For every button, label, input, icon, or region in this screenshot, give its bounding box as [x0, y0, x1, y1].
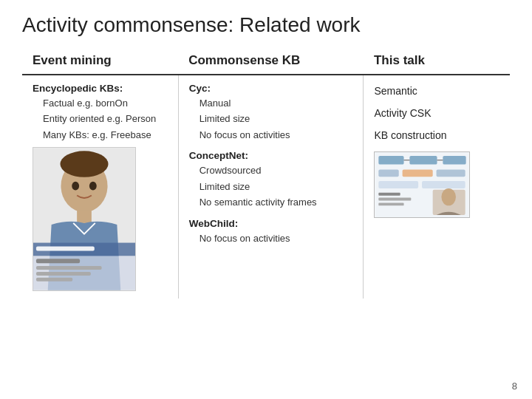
commonsense-kb-cell: Cyc: Manual Limited size No focus on act… [178, 75, 364, 299]
svg-rect-15 [410, 156, 437, 165]
cyc-title: Cyc: [189, 83, 353, 94]
svg-rect-26 [379, 203, 404, 206]
svg-rect-12 [36, 247, 95, 251]
svg-rect-5 [77, 210, 92, 223]
diagram-image [374, 151, 470, 218]
col3-header: This talk [364, 47, 510, 75]
webchild-block: WebChild: No focus on activities [189, 218, 353, 246]
this-talk-cell: Semantic Activity CSK KB construction [364, 75, 510, 299]
page-number: 8 [512, 381, 517, 392]
webchild-title: WebChild: [189, 218, 353, 229]
event-mining-title: Encyclopedic KBs: [33, 83, 168, 94]
webchild-item-0: No focus on activities [200, 231, 353, 246]
conceptnet-item-2: No semantic activity frames [200, 194, 353, 210]
this-talk-line-1: Activity CSK [374, 105, 499, 123]
svg-point-4 [89, 182, 97, 191]
cyc-item-2: No focus on activities [200, 127, 353, 143]
slide: Activity commonsense: Related work Event… [0, 0, 532, 399]
svg-rect-20 [403, 170, 433, 177]
person-image [33, 147, 136, 291]
this-talk-line-0: Semantic [374, 83, 499, 100]
comparison-table: Event mining Commonsense KB This talk En… [22, 47, 510, 299]
event-mining-cell: Encyclopedic KBs: Factual e.g. bornOn En… [22, 75, 178, 299]
svg-point-28 [442, 188, 457, 205]
conceptnet-title: ConceptNet: [189, 150, 353, 161]
table-header: Event mining Commonsense KB This talk [22, 47, 510, 75]
svg-point-3 [72, 182, 79, 191]
svg-rect-22 [379, 182, 419, 189]
conceptnet-item-0: Crowdsourced [200, 163, 353, 178]
col2-header: Commonsense KB [178, 47, 364, 75]
svg-rect-14 [379, 156, 404, 165]
svg-rect-24 [379, 193, 400, 196]
svg-point-2 [60, 151, 108, 177]
cyc-items: Manual Limited size No focus on activiti… [189, 95, 353, 143]
event-mining-item-0: Factual e.g. bornOn [43, 95, 168, 111]
conceptnet-item-1: Limited size [200, 179, 353, 194]
slide-title: Activity commonsense: Related work [22, 13, 510, 37]
svg-rect-9 [36, 272, 91, 276]
col1-header: Event mining [22, 47, 178, 75]
svg-rect-21 [437, 170, 466, 177]
svg-rect-10 [36, 278, 72, 282]
cyc-block: Cyc: Manual Limited size No focus on act… [189, 83, 353, 143]
svg-rect-23 [422, 182, 466, 189]
svg-rect-7 [36, 259, 80, 264]
this-talk-line-2: KB construction [374, 127, 499, 145]
cyc-item-0: Manual [200, 95, 353, 111]
this-talk-content: Semantic Activity CSK KB construction [374, 83, 499, 144]
event-mining-item-2: Many KBs: e.g. Freebase [43, 127, 168, 143]
svg-rect-8 [36, 266, 102, 270]
webchild-items: No focus on activities [189, 231, 353, 246]
svg-rect-16 [443, 156, 466, 165]
event-mining-item-1: Entity oriented e.g. Person [43, 111, 168, 126]
conceptnet-items: Crowdsourced Limited size No semantic ac… [189, 163, 353, 210]
event-mining-items: Factual e.g. bornOn Entity oriented e.g.… [33, 95, 168, 143]
svg-rect-19 [379, 170, 399, 177]
content-row: Encyclopedic KBs: Factual e.g. bornOn En… [22, 75, 510, 299]
cyc-item-1: Limited size [200, 111, 353, 126]
svg-rect-25 [379, 198, 412, 201]
conceptnet-block: ConceptNet: Crowdsourced Limited size No… [189, 150, 353, 210]
